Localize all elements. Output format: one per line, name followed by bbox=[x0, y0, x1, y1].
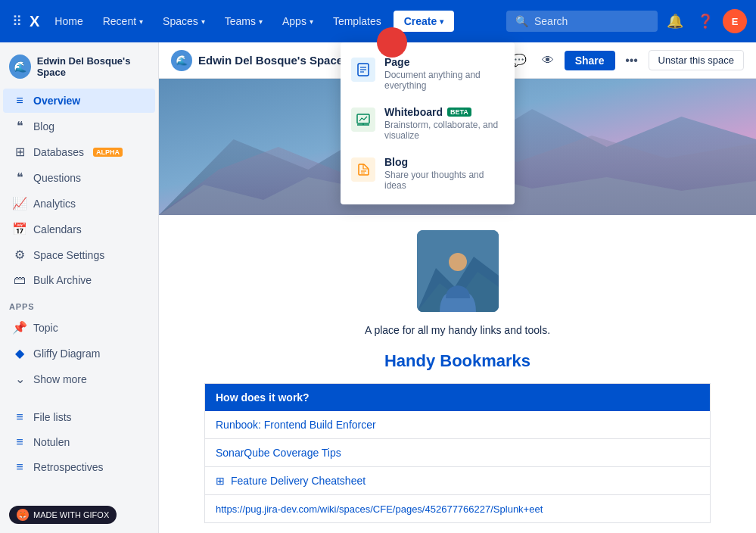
archive-icon: 🗃 bbox=[12, 273, 27, 287]
gifox-icon: 🦊 bbox=[17, 509, 29, 521]
dropdown-item-blog-info: Blog Share your thoughts and ideas bbox=[384, 156, 504, 191]
apps-grid-icon[interactable]: ⠿ bbox=[9, 10, 25, 33]
nav-apps[interactable]: Apps ▾ bbox=[275, 11, 321, 32]
sidebar-item-analytics[interactable]: 📈 Analytics bbox=[3, 191, 155, 216]
sidebar-item-file-lists[interactable]: ≡ File lists bbox=[3, 405, 155, 429]
page-content: A place for all my handy links and tools… bbox=[159, 215, 756, 533]
bookmark-link-3[interactable]: ⊞ ⊞ Feature Delivery Cheatsheet Feature … bbox=[216, 475, 366, 487]
unstar-button[interactable]: Unstar this space bbox=[649, 50, 744, 70]
chevron-down-icon: ⌄ bbox=[12, 372, 27, 386]
top-nav: ⠿ X Home Recent ▾ Spaces ▾ Teams ▾ Apps … bbox=[0, 0, 756, 42]
blog-icon: ❝ bbox=[12, 119, 27, 133]
notifications-button[interactable]: 🔔 bbox=[662, 8, 688, 34]
calendars-icon: 📅 bbox=[12, 222, 27, 236]
page-icon-inline: ⊞ bbox=[216, 475, 225, 487]
search-bar[interactable]: 🔍 Search bbox=[506, 11, 658, 32]
table-header: How does it work? bbox=[205, 384, 711, 412]
sidebar-item-gliffy[interactable]: ◆ Gliffy Diagram bbox=[3, 341, 155, 366]
dropdown-item-whiteboard-info: Whiteboard BETA Brainstorm, collaborate,… bbox=[384, 106, 504, 141]
whiteboard-item-title: Whiteboard bbox=[384, 106, 443, 118]
sidebar-item-notulen[interactable]: ≡ Notulen bbox=[3, 430, 155, 454]
databases-icon: ⊞ bbox=[12, 145, 27, 159]
avatar[interactable]: E bbox=[723, 9, 747, 33]
bookmark-link-4[interactable]: https://pug.jira-dev.com/wiki/spaces/CFE… bbox=[216, 503, 543, 515]
bookmark-link-2[interactable]: SonarQube Coverage Tips bbox=[216, 447, 341, 459]
sidebar-space-header[interactable]: 🌊 Edwin Del Bosque's Space bbox=[0, 48, 158, 88]
sidebar: 🌊 Edwin Del Bosque's Space ≡ Overview ❝ … bbox=[0, 42, 159, 533]
chevron-down-icon: ▾ bbox=[310, 17, 313, 26]
nav-templates[interactable]: Templates bbox=[325, 11, 389, 32]
dropdown-item-whiteboard[interactable]: Whiteboard BETA Brainstorm, collaborate,… bbox=[341, 98, 515, 148]
profile-image bbox=[417, 230, 499, 312]
gliffy-icon: ◆ bbox=[12, 346, 27, 360]
beta-badge: BETA bbox=[447, 108, 471, 117]
bookmarks-table: How does it work? Runbook: Frontend Buil… bbox=[204, 383, 711, 523]
chevron-down-icon: ▾ bbox=[259, 17, 263, 26]
sidebar-item-questions[interactable]: ❝ Questions bbox=[3, 165, 155, 190]
svg-point-7 bbox=[449, 253, 467, 271]
create-button[interactable]: Create ▾ bbox=[394, 11, 455, 32]
sidebar-item-databases[interactable]: ⊞ Databases ALPHA bbox=[3, 139, 155, 164]
overview-icon: ≡ bbox=[12, 94, 27, 108]
topic-icon: 📌 bbox=[12, 320, 27, 335]
whiteboard-item-desc: Brainstorm, collaborate, and visualize bbox=[384, 120, 504, 141]
sidebar-item-space-settings[interactable]: ⚙ Space Settings bbox=[3, 242, 155, 267]
nav-recent[interactable]: Recent ▾ bbox=[95, 11, 151, 32]
retrospectives-icon: ≡ bbox=[12, 460, 27, 474]
nav-spaces[interactable]: Spaces ▾ bbox=[155, 11, 213, 32]
file-list-icon: ≡ bbox=[12, 410, 27, 424]
create-dropdown: Page Document anything and everything Wh… bbox=[341, 42, 515, 204]
space-icon: 🌊 bbox=[9, 55, 31, 79]
gifox-label: MADE WITH GIFOX bbox=[33, 510, 109, 519]
bookmark-link-1[interactable]: Runbook: Frontend Build Enforcer bbox=[216, 419, 376, 431]
nav-home[interactable]: Home bbox=[47, 11, 90, 32]
help-button[interactable]: ❓ bbox=[692, 8, 718, 34]
sidebar-item-overview[interactable]: ≡ Overview bbox=[3, 89, 155, 113]
shortcuts-section-label bbox=[0, 392, 158, 404]
sidebar-item-bulk-archive[interactable]: 🗃 Bulk Archive bbox=[3, 268, 155, 292]
dropdown-item-page[interactable]: Page Document anything and everything bbox=[341, 48, 515, 98]
table-row: https://pug.jira-dev.com/wiki/spaces/CFE… bbox=[205, 495, 711, 523]
questions-icon: ❝ bbox=[12, 170, 27, 185]
chevron-down-icon: ▾ bbox=[440, 17, 443, 26]
space-header-actions: ✏ 💬 👁 Share ••• Unstar this space bbox=[478, 48, 744, 73]
sidebar-item-retrospectives[interactable]: ≡ Retrospectives bbox=[3, 455, 155, 479]
page-dropdown-icon bbox=[351, 58, 375, 82]
bookmarks-title: Handy Bookmarks bbox=[204, 351, 711, 371]
tagline: A place for all my handy links and tools… bbox=[204, 324, 711, 336]
analytics-icon: 📈 bbox=[12, 196, 27, 210]
more-options-button[interactable]: ••• bbox=[620, 48, 644, 73]
sidebar-item-calendars[interactable]: 📅 Calendars bbox=[3, 217, 155, 242]
gifox-badge: 🦊 MADE WITH GIFOX bbox=[9, 506, 117, 524]
dropdown-item-page-info: Page Document anything and everything bbox=[384, 56, 504, 91]
settings-icon: ⚙ bbox=[12, 248, 27, 262]
dropdown-item-blog[interactable]: Blog Share your thoughts and ideas bbox=[341, 148, 515, 198]
share-button[interactable]: Share bbox=[565, 51, 615, 70]
table-row: Runbook: Frontend Build Enforcer bbox=[205, 411, 711, 439]
nav-teams[interactable]: Teams ▾ bbox=[217, 11, 270, 32]
alpha-badge: ALPHA bbox=[93, 148, 123, 157]
blog-item-title: Blog bbox=[384, 156, 504, 168]
table-row: ⊞ ⊞ Feature Delivery Cheatsheet Feature … bbox=[205, 467, 711, 495]
blog-dropdown-icon bbox=[351, 157, 375, 182]
whiteboard-dropdown-icon bbox=[351, 108, 375, 132]
space-icon-sm: 🌊 bbox=[171, 50, 192, 71]
chevron-down-icon: ▾ bbox=[139, 17, 143, 26]
watch-button[interactable]: 👁 bbox=[536, 48, 560, 73]
sidebar-show-more[interactable]: ⌄ Show more bbox=[3, 366, 155, 391]
sidebar-item-topic[interactable]: 📌 Topic bbox=[3, 315, 155, 340]
table-row: SonarQube Coverage Tips bbox=[205, 439, 711, 467]
page-item-title: Page bbox=[384, 56, 504, 68]
sidebar-space-name: Edwin Del Bosque's Space bbox=[37, 55, 149, 78]
sidebar-item-blog[interactable]: ❝ Blog + bbox=[3, 114, 155, 139]
blog-item-desc: Share your thoughts and ideas bbox=[384, 170, 504, 191]
search-icon: 🔍 bbox=[515, 15, 528, 27]
apps-section-label: APPS bbox=[0, 293, 158, 314]
logo[interactable]: X bbox=[30, 13, 39, 30]
chevron-down-icon: ▾ bbox=[201, 17, 205, 26]
space-title-text: Edwin Del Bosque's Space bbox=[198, 54, 343, 67]
profile-person-svg bbox=[417, 230, 499, 312]
notulen-icon: ≡ bbox=[12, 435, 27, 449]
page-item-desc: Document anything and everything bbox=[384, 70, 504, 91]
